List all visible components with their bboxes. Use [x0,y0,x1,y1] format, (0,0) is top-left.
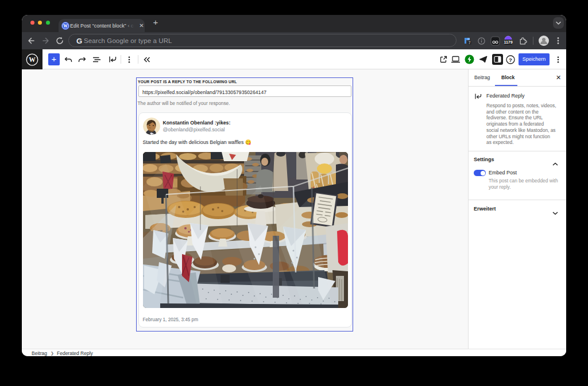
svg-text:1179: 1179 [504,40,512,44]
svg-text:?: ? [509,56,512,63]
svg-text:G: G [76,37,82,45]
svg-text:W: W [63,24,68,29]
svg-text:W: W [29,56,36,63]
svg-text:7: 7 [469,41,471,45]
